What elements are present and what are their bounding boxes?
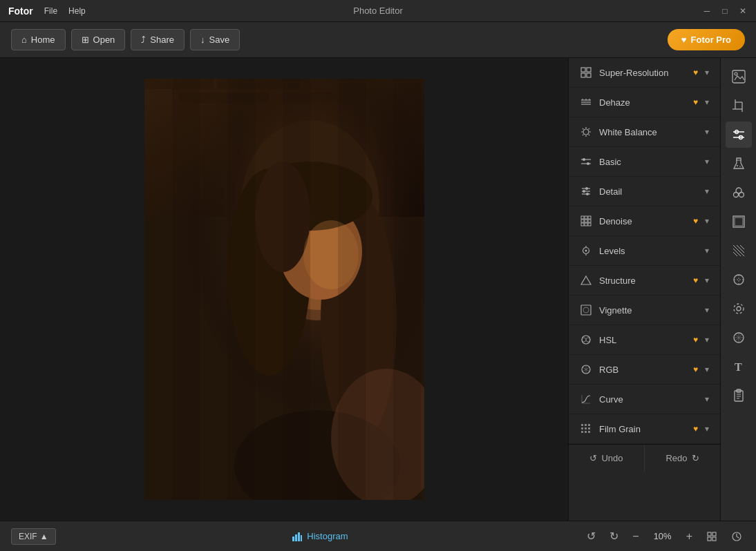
home-icon: ⌂	[21, 35, 27, 45]
window-title: Photo Editor	[353, 6, 403, 16]
basic-arrow: ▾	[705, 157, 709, 166]
svg-rect-4	[179, 93, 269, 103]
badge-tool-button[interactable]	[726, 325, 752, 351]
clipboard-tool-button[interactable]	[726, 383, 752, 409]
panel-item-vignette[interactable]: Vignette ▾	[569, 296, 720, 325]
zoom-in-button[interactable]: +	[683, 528, 695, 545]
rgb-pro-badge: ♥	[693, 365, 698, 374]
open-button[interactable]: ⊞ Open	[71, 29, 126, 50]
panel-item-basic[interactable]: Basic ▾	[569, 147, 720, 177]
vignette-arrow: ▾	[705, 305, 709, 315]
redo-button[interactable]: Redo ↻	[645, 445, 720, 472]
white-balance-arrow: ▾	[705, 127, 709, 137]
menu-file[interactable]: File	[44, 6, 57, 16]
structure-label: Structure	[599, 276, 686, 286]
hsl-arrow: ▾	[705, 335, 709, 345]
history-button[interactable]	[728, 528, 745, 545]
panel-item-white-balance[interactable]: White Balance ▾	[569, 117, 720, 147]
curve-icon	[580, 393, 592, 405]
title-bar-left: Fotor File Help	[8, 6, 86, 17]
svg-rect-73	[581, 424, 583, 426]
save-button[interactable]: ↓ Save	[190, 29, 240, 50]
panel-item-hsl[interactable]: HSL ♥ ▾	[569, 325, 720, 355]
open-icon: ⊞	[82, 35, 89, 45]
histogram-icon	[292, 531, 303, 542]
fotor-pro-button[interactable]: ♥ Fotor Pro	[668, 29, 745, 50]
svg-point-105	[734, 275, 744, 284]
svg-text:T: T	[735, 361, 742, 373]
detail-arrow: ▾	[705, 186, 709, 196]
window-controls: ─ □ ✕	[702, 6, 748, 16]
dehaze-pro-badge: ♥	[693, 97, 698, 107]
undo-button[interactable]: ↺ Undo	[569, 445, 645, 472]
share-button[interactable]: ⤴ Share	[131, 29, 185, 50]
svg-point-94	[739, 166, 741, 167]
frame-tool-button[interactable]	[726, 209, 752, 235]
menu-help[interactable]: Help	[68, 6, 86, 16]
tool-icon-panel: T	[720, 58, 756, 521]
svg-point-12	[279, 203, 362, 300]
history-icon	[731, 531, 742, 542]
panel-item-detail[interactable]: Detail ▾	[569, 177, 720, 206]
svg-rect-124	[712, 532, 716, 536]
redo-history-button[interactable]: ↻	[607, 527, 621, 545]
sticker-tool-button[interactable]	[726, 267, 752, 293]
settings-icon	[732, 302, 746, 316]
super-resolution-label: Super-Resolution	[599, 68, 686, 78]
landscape-tool-button[interactable]	[726, 64, 752, 90]
super-resolution-pro-badge: ♥	[693, 68, 698, 77]
panel-item-dehaze[interactable]: Dehaze ♥ ▾	[569, 88, 720, 117]
svg-line-34	[583, 128, 583, 129]
undo-history-button[interactable]: ↺	[584, 527, 598, 545]
panel-item-denoise[interactable]: Denoise ♥ ▾	[569, 206, 720, 236]
svg-rect-123	[708, 537, 711, 541]
close-button[interactable]: ✕	[738, 6, 748, 16]
denoise-label: Denoise	[599, 216, 686, 226]
exif-button[interactable]: EXIF ▲	[11, 528, 56, 545]
panel-item-rgb[interactable]: RGB ♥ ▾	[569, 355, 720, 385]
panel-item-levels[interactable]: Levels ▾	[569, 236, 720, 266]
zoom-out-button[interactable]: −	[630, 528, 641, 545]
svg-point-7	[272, 206, 362, 310]
svg-rect-49	[585, 216, 587, 219]
panel-item-super-resolution[interactable]: Super-Resolution ♥ ▾	[569, 58, 720, 88]
texture-tool-button[interactable]	[726, 238, 752, 264]
curve-label: Curve	[599, 394, 698, 405]
svg-marker-61	[581, 276, 591, 284]
heart-icon: ♥	[681, 35, 687, 45]
minimize-button[interactable]: ─	[702, 6, 712, 16]
svg-point-16	[303, 220, 359, 289]
fit-screen-button[interactable]	[703, 528, 720, 545]
exif-label: EXIF	[19, 532, 37, 541]
svg-rect-5	[283, 93, 352, 103]
retouch-tool-button[interactable]	[726, 180, 752, 206]
undo-icon: ↺	[589, 453, 597, 463]
panel-item-curve[interactable]: Curve ▾	[569, 385, 720, 414]
settings-tool-button[interactable]	[726, 296, 752, 322]
panel-item-structure[interactable]: Structure ♥ ▾	[569, 266, 720, 296]
histogram-button[interactable]: Histogram	[292, 531, 348, 542]
svg-rect-121	[708, 532, 711, 536]
panel-item-film-grain[interactable]: Film Grain ♥ ▾	[569, 414, 720, 444]
svg-rect-76	[581, 427, 583, 429]
text-tool-button[interactable]: T	[726, 354, 752, 380]
flask-tool-button[interactable]	[726, 151, 752, 177]
svg-point-96	[733, 193, 738, 197]
badge-icon	[732, 331, 746, 345]
undo-redo-bar: ↺ Undo Redo ↻	[569, 444, 720, 472]
title-bar: Fotor File Help Photo Editor ─ □ ✕	[0, 0, 756, 22]
svg-point-93	[737, 165, 738, 166]
basic-icon	[580, 155, 592, 168]
structure-arrow: ▾	[705, 276, 709, 285]
adjust-tool-button[interactable]	[726, 122, 752, 148]
zoom-level-display: 10%	[650, 531, 675, 541]
maximize-button[interactable]: □	[720, 6, 730, 16]
svg-rect-79	[581, 431, 583, 433]
home-button[interactable]: ⌂ Home	[11, 29, 66, 50]
svg-rect-81	[588, 431, 590, 433]
landscape-icon	[732, 70, 746, 84]
dehaze-label: Dehaze	[599, 97, 686, 108]
svg-rect-51	[581, 220, 584, 222]
histogram-label: Histogram	[307, 531, 348, 541]
crop-tool-button[interactable]	[726, 93, 752, 119]
